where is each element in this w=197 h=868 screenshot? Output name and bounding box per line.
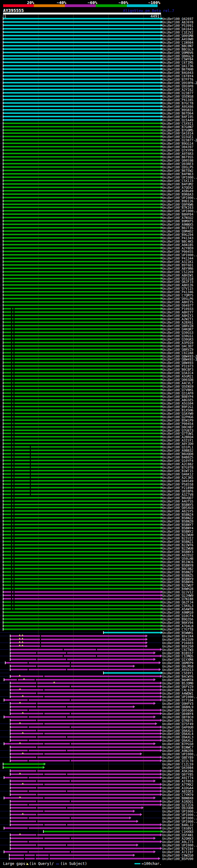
alignment-bar[interactable] <box>10 635 145 637</box>
alignment-bar[interactable] <box>3 45 161 46</box>
subject-label[interactable]: UniRef100_C5Z269 <box>162 270 193 274</box>
alignment-bar[interactable] <box>10 649 160 650</box>
alignment-bar[interactable] <box>3 72 161 73</box>
alignment-bar[interactable] <box>3 584 161 586</box>
alignment-bar[interactable] <box>10 669 159 670</box>
alignment-bar[interactable] <box>3 561 161 563</box>
alignment-bar[interactable] <box>3 628 161 630</box>
alignment-bar[interactable] <box>10 655 160 657</box>
alignment-bar[interactable] <box>3 268 161 269</box>
alignment-bar[interactable] <box>3 412 161 414</box>
alignment-bar[interactable] <box>10 709 160 711</box>
alignment-bar[interactable] <box>3 763 44 765</box>
alignment-bar[interactable] <box>3 92 161 94</box>
alignment-bar[interactable] <box>4 851 154 852</box>
subject-label[interactable]: UniRef100_C0ZTW3 <box>162 648 193 652</box>
subject-label[interactable]: UniRef100_A3Z7V8 <box>162 493 193 496</box>
alignment-bar[interactable] <box>3 396 161 397</box>
alignment-bar[interactable] <box>3 35 161 36</box>
alignment-bar[interactable] <box>3 504 161 505</box>
alignment-bar[interactable] <box>10 824 160 826</box>
alignment-bar[interactable] <box>3 325 161 327</box>
alignment-bar[interactable] <box>10 726 160 728</box>
subject-label[interactable]: UniRef100_B9X250 <box>162 645 193 648</box>
alignment-bar[interactable] <box>10 665 133 667</box>
alignment-bar[interactable] <box>3 446 161 448</box>
alignment-bar[interactable] <box>3 173 161 175</box>
alignment-bar[interactable] <box>3 102 161 104</box>
alignment-bar[interactable] <box>3 416 161 417</box>
alignment-bar[interactable] <box>3 436 161 438</box>
alignment-bar[interactable] <box>10 730 160 731</box>
alignment-bar[interactable] <box>3 28 161 30</box>
alignment-bar[interactable] <box>3 166 161 168</box>
alignment-bar[interactable] <box>3 385 161 387</box>
alignment-bar[interactable] <box>3 490 161 492</box>
alignment-bar[interactable] <box>3 136 161 137</box>
alignment-bar[interactable] <box>3 251 161 252</box>
alignment-bar[interactable] <box>3 149 161 151</box>
alignment-bar[interactable] <box>3 220 161 222</box>
alignment-bar[interactable] <box>3 261 161 262</box>
subject-label[interactable]: UniRef100_Q8RVZ9 <box>162 348 193 351</box>
alignment-bar[interactable] <box>10 801 160 802</box>
alignment-bar[interactable] <box>10 756 160 758</box>
alignment-bar[interactable] <box>3 382 161 384</box>
alignment-bar[interactable] <box>3 369 161 370</box>
alignment-bar[interactable] <box>3 241 161 242</box>
alignment-bar[interactable] <box>3 207 161 208</box>
alignment-bar[interactable] <box>10 659 154 660</box>
alignment-bar[interactable] <box>3 484 161 485</box>
alignment-bar[interactable] <box>10 645 145 647</box>
alignment-bar[interactable] <box>3 433 161 434</box>
alignment-bar[interactable] <box>3 544 161 546</box>
subject-label[interactable]: UniRef100_A8Y9R6 <box>162 267 193 270</box>
alignment-bar[interactable] <box>3 264 161 266</box>
alignment-bar[interactable] <box>3 500 161 502</box>
alignment-bar[interactable] <box>10 676 160 677</box>
alignment-bar[interactable] <box>10 706 133 708</box>
alignment-bar[interactable] <box>3 379 161 380</box>
alignment-bar[interactable] <box>3 389 161 391</box>
subject-label[interactable]: UniRef100_B6UQD7 <box>162 496 193 500</box>
alignment-bar[interactable] <box>3 612 161 613</box>
alignment-bar[interactable] <box>3 328 161 330</box>
alignment-bar[interactable] <box>3 153 161 154</box>
alignment-bar[interactable] <box>3 487 161 488</box>
alignment-bar[interactable] <box>3 210 161 212</box>
alignment-bar[interactable] <box>10 686 160 687</box>
alignment-bar[interactable] <box>3 463 161 465</box>
alignment-bar[interactable] <box>3 335 161 337</box>
subject-label[interactable]: UniRef100_UPI000.. <box>162 196 197 199</box>
alignment-bar[interactable] <box>10 820 137 822</box>
alignment-bar[interactable] <box>3 548 161 549</box>
alignment-bar[interactable] <box>10 642 145 644</box>
alignment-bar[interactable] <box>103 672 161 674</box>
alignment-bar[interactable] <box>3 62 161 63</box>
alignment-bar[interactable] <box>10 780 154 782</box>
subject-label[interactable]: UniRef100_C7YM79 <box>162 793 193 797</box>
alignment-bar[interactable] <box>3 294 161 296</box>
alignment-bar[interactable] <box>3 466 161 468</box>
subject-label[interactable]: UniRef100_Q9M0V6 <box>162 51 193 55</box>
alignment-bar[interactable] <box>3 193 161 195</box>
alignment-bar[interactable] <box>3 18 161 20</box>
alignment-bar[interactable] <box>3 402 161 404</box>
alignment-bar[interactable] <box>3 362 161 363</box>
alignment-bar[interactable] <box>10 834 160 836</box>
alignment-bar[interactable] <box>3 139 161 141</box>
alignment-bar[interactable] <box>3 554 161 556</box>
alignment-bar[interactable] <box>3 392 161 394</box>
alignment-bar[interactable] <box>3 520 161 522</box>
alignment-bar[interactable] <box>3 311 161 313</box>
alignment-bar[interactable] <box>3 156 161 158</box>
alignment-bar[interactable] <box>3 352 161 353</box>
alignment-bar[interactable] <box>3 494 161 495</box>
alignment-bar[interactable] <box>3 510 161 512</box>
alignment-bar[interactable] <box>3 301 161 303</box>
alignment-bar[interactable] <box>3 244 161 245</box>
alignment-bar[interactable] <box>3 615 161 616</box>
alignment-bar[interactable] <box>3 453 161 455</box>
subject-label[interactable]: UniRef100_Q75F49 <box>162 722 193 726</box>
alignment-bar[interactable] <box>3 591 161 593</box>
